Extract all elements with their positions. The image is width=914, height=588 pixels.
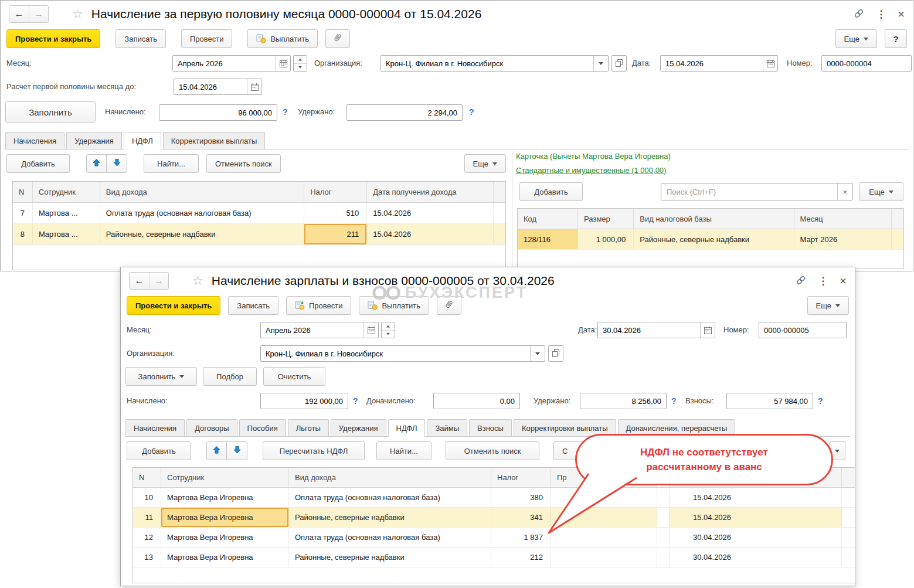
attachments-button[interactable] (325, 29, 350, 48)
cell-partial[interactable] (551, 508, 657, 527)
get-link-button[interactable] (854, 8, 864, 21)
fill-button[interactable]: Заполнить (125, 367, 197, 386)
move-down-button[interactable] (107, 154, 127, 173)
cell-employee[interactable]: Мартова ... (33, 224, 100, 244)
open-organization-button[interactable] (548, 345, 563, 362)
save-button[interactable]: Записать (115, 29, 166, 48)
cell-income-type[interactable]: Районные, северные надбавки (289, 508, 491, 527)
kebab-menu-icon[interactable]: ⋮ (818, 275, 828, 287)
move-down-button[interactable] (227, 441, 247, 460)
recalc-ndfl-button[interactable]: Пересчитать НДФЛ (263, 441, 365, 460)
contributions-help-mark[interactable]: ? (818, 396, 823, 406)
calc-until-input[interactable] (174, 79, 247, 94)
tab-ndfl[interactable]: НДФЛ (388, 419, 426, 437)
favorite-star-icon[interactable]: ☆ (192, 274, 203, 288)
withheld-input[interactable] (580, 393, 666, 409)
cell-month[interactable]: Март 2026 (794, 229, 892, 249)
cell-employee[interactable]: Мартова ... (33, 203, 100, 223)
cell-tax[interactable]: 212 (491, 548, 551, 567)
cell-employee-selected[interactable]: Мартова Вера Игоревна (161, 508, 289, 527)
tab-posobiya[interactable]: Пособия (239, 419, 286, 436)
close-icon[interactable]: × (840, 275, 847, 287)
help-button[interactable]: ? (885, 29, 907, 48)
tab-ndfl[interactable]: НДФЛ (124, 132, 161, 149)
date-input[interactable] (598, 322, 700, 338)
calendar-icon[interactable] (363, 322, 378, 338)
cell-partial[interactable] (551, 548, 657, 567)
calendar-icon[interactable] (763, 56, 777, 71)
get-link-button[interactable] (796, 275, 806, 287)
cell-n[interactable]: 8 (13, 224, 33, 244)
kebab-menu-icon[interactable]: ⋮ (876, 8, 886, 21)
calendar-icon[interactable] (247, 79, 261, 94)
cell-income-type[interactable]: Оплата труда (основная налоговая база) (289, 488, 491, 507)
withheld-help-mark[interactable]: ? (671, 396, 677, 406)
combo-arrow-icon[interactable] (530, 346, 545, 361)
cell-n[interactable]: 7 (13, 203, 33, 223)
number-input[interactable] (759, 322, 846, 338)
cell-income-type[interactable]: Районные, северные надбавки (289, 548, 491, 567)
tab-zaymy[interactable]: Займы (427, 419, 467, 436)
clear-button[interactable]: Очистить (263, 367, 325, 386)
back-button[interactable]: ← (9, 6, 29, 22)
cell-n[interactable]: 13 (133, 548, 161, 567)
forward-button[interactable]: → (149, 273, 168, 289)
cell-employee[interactable]: Мартова Вера Игоревна (161, 548, 289, 567)
add-row-button[interactable]: Добавить (127, 441, 191, 460)
cell-income-date[interactable]: 15.04.2026 (367, 224, 494, 244)
more-button[interactable]: Еще (835, 29, 877, 48)
organization-input[interactable] (261, 346, 530, 361)
stepper-down-icon[interactable] (382, 330, 395, 338)
number-input[interactable] (822, 56, 911, 71)
cell-partial[interactable] (551, 528, 657, 547)
cell-income-type[interactable]: Районные, северные надбавки (100, 224, 304, 244)
move-up-button[interactable] (86, 154, 107, 173)
cell-code-selected[interactable]: 128/116 (518, 229, 578, 249)
cell-n[interactable]: 11 (133, 508, 161, 527)
post-and-close-button[interactable]: Провести и закрыть (6, 29, 100, 48)
tab-uderzhaniya[interactable]: Удержания (66, 132, 122, 149)
tab-uderzhaniya[interactable]: Удержания (331, 419, 386, 436)
accrued-input[interactable] (261, 393, 348, 409)
cell-tax[interactable]: 341 (491, 508, 551, 527)
cell-tax[interactable]: 1 837 (491, 528, 551, 547)
cell-tax-base[interactable]: Районные, северные надбавки (634, 229, 794, 249)
table-more-button[interactable]: Еще (464, 154, 506, 173)
cell-employee[interactable]: Мартова Вера Игоревна (161, 528, 289, 547)
forward-button[interactable]: → (29, 6, 48, 22)
cell-n[interactable]: 12 (133, 528, 161, 547)
cell-income-date[interactable]: 30.04.2026 (670, 528, 842, 547)
clear-search-icon[interactable]: × (837, 183, 852, 200)
cell-employee[interactable]: Мартова Вера Игоревна (161, 488, 289, 507)
panel-add-button[interactable]: Добавить (519, 182, 583, 201)
move-up-button[interactable] (206, 441, 227, 460)
cell-tax[interactable]: 510 (304, 203, 367, 223)
cell-partial[interactable] (551, 488, 657, 507)
cancel-search-button[interactable]: Отменить поиск (446, 441, 539, 460)
month-input[interactable] (261, 322, 363, 338)
back-button[interactable]: ← (130, 273, 149, 289)
contributions-input[interactable] (727, 393, 813, 409)
accrued-input[interactable] (159, 105, 277, 120)
tab-korrektirovki[interactable]: Корректировки выплаты (163, 132, 266, 149)
accrued-help-mark[interactable]: ? (283, 107, 288, 117)
tab-dogovory[interactable]: Договоры (186, 419, 237, 436)
cell-n[interactable]: 10 (133, 488, 161, 507)
cell-income-type[interactable]: Оплата труда (основная налоговая база) (100, 203, 304, 223)
cell-tax[interactable]: 380 (491, 488, 551, 507)
save-button[interactable]: Записать (228, 296, 278, 315)
cell-size[interactable]: 1 000,00 (578, 229, 634, 249)
stepper-down-icon[interactable] (294, 63, 307, 72)
organization-input[interactable] (381, 56, 593, 71)
month-input[interactable] (173, 56, 276, 71)
tab-lgoty[interactable]: Льготы (288, 419, 329, 436)
panel-more-button[interactable]: Еще (859, 182, 903, 201)
pay-button[interactable]: Выплатить (359, 296, 429, 315)
cell-income-type[interactable]: Оплата труда (основная налоговая база) (289, 528, 491, 547)
cell-income-date[interactable]: 30.04.2026 (670, 548, 842, 567)
open-organization-button[interactable] (611, 55, 627, 72)
search-input[interactable] (661, 183, 837, 200)
tab-nachisleniya[interactable]: Начисления (5, 132, 64, 149)
post-button[interactable]: Провести (286, 296, 352, 315)
deductions-link[interactable]: Стандартные и имущественные (1 000,00) (516, 166, 666, 175)
